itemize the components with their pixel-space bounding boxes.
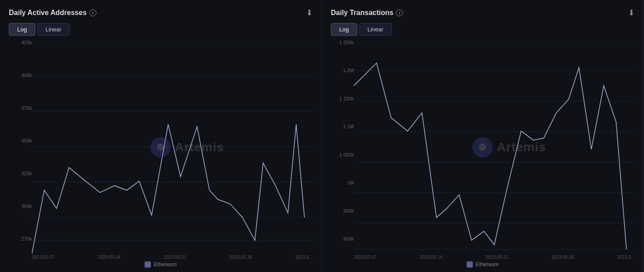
right-y5: 1 150k <box>331 96 354 101</box>
left-legend: Ethereum <box>9 261 313 268</box>
right-chart-body: 1 250k 1.2M 1 150k 1.1M 1 050k 1M 950k 9… <box>331 40 635 254</box>
left-chart-inner: ⊕ Artemis <box>32 40 313 254</box>
right-panel: Daily Transactions i ⬇ Log Linear 1 250k… <box>322 0 644 272</box>
right-y2: 1M <box>331 180 354 185</box>
left-linear-toggle[interactable]: Linear <box>37 23 70 36</box>
left-chart-wrapper: 425k 400k 375k 350k 325k 300k 275k ⊕ Art… <box>9 40 313 268</box>
right-title-text: Daily Transactions <box>331 9 393 17</box>
right-x-axis: 2023-05-07 2023-05-14 2023-05-21 2023-05… <box>331 255 635 260</box>
right-chart-svg <box>354 40 635 254</box>
left-y5: 400k <box>9 73 32 78</box>
left-y2: 325k <box>9 171 32 176</box>
right-y1: 950k <box>331 209 354 214</box>
right-chart-wrapper: 1 250k 1.2M 1 150k 1.1M 1 050k 1M 950k 9… <box>331 40 635 268</box>
left-x1: 2023-05-14 <box>98 255 120 260</box>
left-x-axis: 2023-05-07 2023-05-14 2023-05-21 2023-05… <box>9 255 313 260</box>
left-y0: 275k <box>9 237 32 241</box>
right-y4: 1.1M <box>331 124 354 129</box>
left-panel: Daily Active Addresses i ⬇ Log Linear 42… <box>0 0 322 272</box>
left-y1: 300k <box>9 204 32 209</box>
right-chart-inner: ⊕ Artemis <box>354 40 635 254</box>
left-y6: 425k <box>9 40 32 45</box>
right-x4: 2023-0... <box>617 255 635 260</box>
left-legend-label: Ethereum <box>153 261 176 268</box>
left-y4: 375k <box>9 106 32 111</box>
left-info-icon[interactable]: i <box>89 9 96 16</box>
right-legend-box <box>467 261 473 268</box>
right-panel-header: Daily Transactions i ⬇ <box>331 8 635 18</box>
right-chart-title: Daily Transactions i <box>331 9 403 17</box>
left-log-toggle[interactable]: Log <box>9 23 35 36</box>
left-legend-box <box>145 261 151 268</box>
left-toggle-group: Log Linear <box>9 23 313 36</box>
left-chart-title: Daily Active Addresses i <box>9 9 96 17</box>
right-y3: 1 050k <box>331 153 354 157</box>
right-y7: 1 250k <box>331 40 354 45</box>
right-toggle-group: Log Linear <box>331 23 635 36</box>
right-linear-toggle[interactable]: Linear <box>359 23 392 36</box>
right-x1: 2023-05-14 <box>420 255 442 260</box>
left-y-axis: 425k 400k 375k 350k 325k 300k 275k <box>9 40 32 254</box>
left-panel-header: Daily Active Addresses i ⬇ <box>9 8 313 18</box>
left-title-text: Daily Active Addresses <box>9 9 87 17</box>
left-x3: 2023-05-28 <box>230 255 252 260</box>
left-x4: 2023-0... <box>295 255 313 260</box>
left-chart-svg <box>32 40 313 254</box>
left-x0: 2023-05-07 <box>32 255 54 260</box>
left-chart-body: 425k 400k 375k 350k 325k 300k 275k ⊕ Art… <box>9 40 313 254</box>
left-x2: 2023-05-21 <box>164 255 186 260</box>
right-legend: Ethereum <box>331 261 635 268</box>
right-log-toggle[interactable]: Log <box>331 23 357 36</box>
right-y6: 1.2M <box>331 68 354 73</box>
right-info-icon[interactable]: i <box>396 9 403 16</box>
right-x0: 2023-05-07 <box>354 255 376 260</box>
right-x3: 2023-05-28 <box>552 255 574 260</box>
left-y3: 350k <box>9 138 32 143</box>
right-y-axis: 1 250k 1.2M 1 150k 1.1M 1 050k 1M 950k 9… <box>331 40 354 254</box>
right-y0: 900k <box>331 237 354 241</box>
right-download-icon[interactable]: ⬇ <box>628 8 635 18</box>
right-x2: 2023-05-21 <box>486 255 508 260</box>
left-download-icon[interactable]: ⬇ <box>306 8 313 18</box>
right-legend-label: Ethereum <box>475 261 498 268</box>
